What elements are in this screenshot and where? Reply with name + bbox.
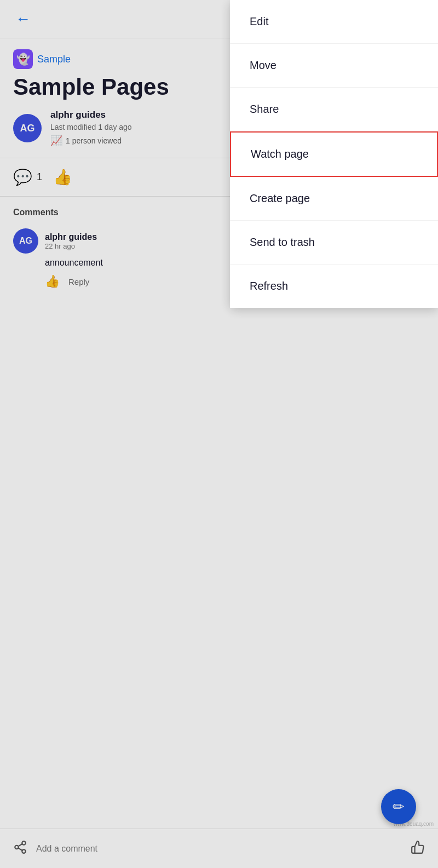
dropdown-item-move[interactable]: Move bbox=[230, 44, 438, 88]
dropdown-item-edit[interactable]: Edit bbox=[230, 0, 438, 44]
dropdown-item-watch-page[interactable]: Watch page bbox=[230, 131, 438, 177]
dropdown-item-refresh[interactable]: Refresh bbox=[230, 265, 438, 308]
dropdown-menu: EditMoveShareWatch pageCreate pageSend t… bbox=[230, 0, 438, 308]
dropdown-item-create-page[interactable]: Create page bbox=[230, 177, 438, 221]
dropdown-item-share[interactable]: Share bbox=[230, 88, 438, 131]
dropdown-item-send-to-trash[interactable]: Send to trash bbox=[230, 221, 438, 265]
